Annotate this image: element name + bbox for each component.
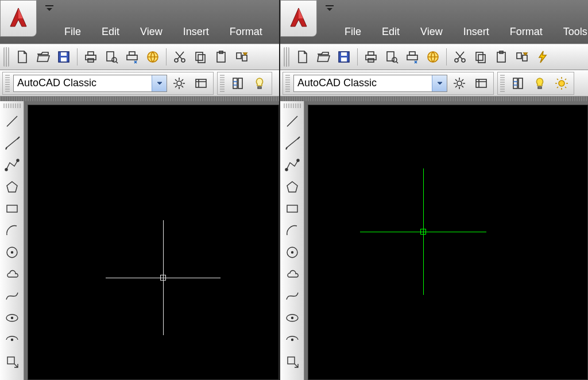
standard-toolbar bbox=[0, 44, 279, 70]
print-preview-button[interactable] bbox=[102, 47, 121, 67]
menu-tools-truncated[interactable]: To bbox=[273, 22, 280, 41]
polyline-tool[interactable] bbox=[1, 154, 23, 176]
lightbulb-button[interactable] bbox=[250, 74, 269, 93]
revision-cloud-tool[interactable] bbox=[281, 263, 303, 285]
copy-button[interactable] bbox=[191, 47, 210, 67]
print-preview-button[interactable] bbox=[382, 47, 401, 67]
workspace-combo[interactable]: AutoCAD Classic bbox=[13, 75, 167, 92]
svg-rect-14 bbox=[196, 52, 203, 60]
dock-grip[interactable] bbox=[280, 97, 588, 101]
ellipse-arc-tool[interactable] bbox=[1, 329, 23, 351]
paste-button[interactable] bbox=[492, 47, 511, 67]
menu-format[interactable]: Format bbox=[219, 22, 273, 41]
svg-rect-48 bbox=[476, 52, 483, 60]
open-button[interactable] bbox=[314, 47, 333, 67]
circle-tool[interactable] bbox=[281, 241, 303, 263]
ellipse-arc-tool[interactable] bbox=[281, 329, 303, 351]
publish-button[interactable] bbox=[122, 47, 142, 67]
svg-point-20 bbox=[177, 81, 181, 86]
insert-block-tool[interactable] bbox=[281, 351, 303, 373]
line-tool[interactable] bbox=[1, 110, 23, 132]
svg-point-59 bbox=[559, 80, 564, 86]
construction-line-icon bbox=[4, 135, 20, 151]
polygon-tool[interactable] bbox=[281, 176, 303, 198]
polygon-tool[interactable] bbox=[1, 176, 23, 198]
polyline-tool[interactable] bbox=[281, 154, 303, 176]
save-button[interactable] bbox=[334, 47, 354, 67]
lightbulb-on-button[interactable] bbox=[530, 74, 550, 93]
toolbar-grip[interactable] bbox=[284, 47, 289, 67]
spline-tool[interactable] bbox=[281, 285, 303, 307]
menu-edit[interactable]: Edit bbox=[91, 22, 130, 41]
workspace-dropdown-button[interactable] bbox=[432, 75, 447, 91]
quick-access-dropdown[interactable] bbox=[323, 2, 336, 14]
cut-button[interactable] bbox=[170, 47, 189, 67]
menu-view[interactable]: View bbox=[130, 22, 173, 41]
revision-cloud-tool[interactable] bbox=[1, 263, 23, 285]
cloud-icon bbox=[4, 266, 20, 282]
menu-file[interactable]: File bbox=[54, 22, 91, 41]
workspace-settings-button[interactable] bbox=[169, 74, 189, 93]
menu-edit[interactable]: Edit bbox=[372, 22, 410, 41]
save-button[interactable] bbox=[54, 47, 74, 67]
action-macro-button[interactable] bbox=[533, 47, 552, 67]
dock-grip[interactable] bbox=[0, 97, 279, 101]
3d-globe-button[interactable] bbox=[143, 47, 163, 67]
ellipse-icon bbox=[284, 310, 300, 326]
drawing-canvas-right[interactable] bbox=[308, 105, 588, 380]
rectangle-tool[interactable] bbox=[281, 198, 303, 220]
panel-grip[interactable] bbox=[285, 75, 290, 92]
construction-line-icon bbox=[284, 135, 300, 151]
cut-button[interactable] bbox=[450, 47, 470, 67]
print-button[interactable] bbox=[81, 47, 100, 67]
menu-view[interactable]: View bbox=[410, 22, 453, 41]
3d-globe-button[interactable] bbox=[423, 47, 443, 67]
app-menu-button[interactable] bbox=[280, 0, 317, 37]
menu-insert[interactable]: Insert bbox=[173, 22, 219, 41]
svg-point-26 bbox=[17, 159, 19, 162]
toolbar-grip[interactable] bbox=[284, 103, 301, 108]
workspace-icon-button[interactable] bbox=[191, 74, 211, 93]
construction-line-tool[interactable] bbox=[1, 132, 23, 154]
tool-palette-button[interactable] bbox=[508, 74, 528, 93]
toolbar-grip[interactable] bbox=[3, 103, 21, 108]
menu-insert[interactable]: Insert bbox=[453, 22, 500, 41]
new-button[interactable] bbox=[293, 47, 312, 67]
toolbar-grip[interactable] bbox=[3, 47, 9, 67]
line-tool[interactable] bbox=[281, 110, 303, 132]
match-props-button[interactable] bbox=[232, 47, 252, 67]
menu-tools[interactable]: Tools bbox=[553, 22, 588, 41]
new-button[interactable] bbox=[13, 47, 32, 67]
publish-button[interactable] bbox=[403, 47, 422, 67]
ellipse-tool[interactable] bbox=[281, 307, 303, 329]
rectangle-tool[interactable] bbox=[1, 198, 23, 220]
arc-tool[interactable] bbox=[1, 220, 23, 241]
workspace-row: AutoCAD Classic bbox=[0, 70, 279, 97]
quick-access-dropdown[interactable] bbox=[42, 2, 56, 14]
match-props-button[interactable] bbox=[512, 47, 532, 67]
drawing-canvas-left[interactable] bbox=[28, 105, 279, 380]
spline-tool[interactable] bbox=[1, 285, 23, 307]
circle-tool[interactable] bbox=[1, 241, 23, 263]
open-button[interactable] bbox=[33, 47, 53, 67]
workspace-combo[interactable]: AutoCAD Classic bbox=[293, 75, 447, 92]
workspace-settings-button[interactable] bbox=[450, 74, 469, 93]
paste-button[interactable] bbox=[211, 47, 231, 67]
construction-line-tool[interactable] bbox=[281, 132, 303, 154]
insert-block-tool[interactable] bbox=[1, 351, 23, 373]
app-menu-button[interactable] bbox=[0, 0, 37, 37]
workspace-dropdown-button[interactable] bbox=[152, 75, 167, 91]
copy-button[interactable] bbox=[471, 47, 490, 67]
cloud-icon bbox=[284, 266, 300, 282]
sun-button[interactable] bbox=[552, 74, 571, 93]
menu-file[interactable]: File bbox=[334, 22, 372, 41]
arc-tool[interactable] bbox=[281, 220, 303, 241]
panel-grip[interactable] bbox=[5, 75, 10, 92]
menu-format[interactable]: Format bbox=[500, 22, 553, 41]
panel-grip[interactable] bbox=[500, 75, 505, 92]
panel-grip[interactable] bbox=[220, 75, 225, 92]
ellipse-tool[interactable] bbox=[1, 307, 23, 329]
print-button[interactable] bbox=[361, 47, 381, 67]
workspace-icon-button[interactable] bbox=[471, 74, 491, 93]
tool-palette-button[interactable] bbox=[228, 74, 247, 93]
